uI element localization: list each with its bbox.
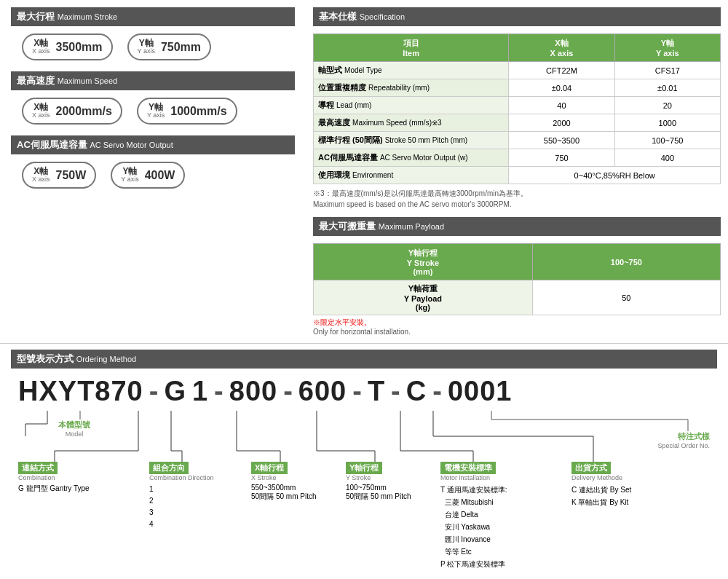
- y-stroke-value: 750mm: [161, 41, 201, 54]
- payload-table: Y軸行程 Y Stroke (mm) 100~750 Y軸荷重 Y Payloa…: [313, 243, 721, 315]
- model-code-part: C: [406, 376, 427, 407]
- payload-y-load-label: Y軸荷重 Y Payload (kg): [314, 280, 533, 315]
- table-row: 位置重複精度 Repeatability (mm): [314, 79, 509, 97]
- spec-note: ※3：最高速度(mm/s)是以伺服馬達最高轉速3000rpm/min為基準。 M…: [313, 188, 721, 210]
- table-row: AC伺服馬達容量 AC Servo Motor Output (w): [314, 149, 509, 167]
- y-servo-box: Y軸 Y axis 400W: [111, 162, 185, 189]
- col-x-header: X軸 X axis: [509, 34, 614, 62]
- table-row: 標準行程 (50間隔) Stroke 50 mm Pitch (mm): [314, 132, 509, 149]
- col-y-header: Y軸 Y axis: [614, 34, 720, 62]
- payload-header: 最大可搬重量 Maximum Payload: [313, 217, 721, 236]
- col-item-header: 項目 Item: [314, 34, 509, 62]
- y-stroke-label: Y軸 Y axis: [138, 39, 155, 55]
- model-code-separator: -: [283, 376, 293, 407]
- model-code-part: T: [368, 376, 385, 407]
- x-stroke-box: X軸 X axis 3500mm: [22, 34, 113, 60]
- model-code-row: HXYT870-G1-800-600-T-C-0001: [18, 376, 717, 407]
- y-speed-box: Y軸 Y axis 1000mm/s: [137, 98, 237, 125]
- model-code-part: HXYT870: [18, 376, 143, 407]
- ordering-diagram: 本體型號 Model 特注式樣 Special Order No. 連結方式 C…: [11, 411, 717, 571]
- table-row: 使用環境 Environment: [314, 167, 509, 184]
- model-label: 本體型號 Model: [58, 420, 90, 438]
- x-servo-box: X軸 X axis 750W: [22, 162, 96, 189]
- table-row: 導程 Lead (mm): [314, 97, 509, 114]
- model-code-separator: -: [432, 376, 442, 407]
- servo-header: AC伺服馬達容量 AC Servo Motor Output: [11, 135, 295, 154]
- direction-label: 組合方向 Combination Direction 1234: [149, 462, 214, 530]
- model-code-part: 600: [298, 376, 347, 407]
- speed-axis-row: X軸 X axis 2000mm/s Y軸 Y axis 1000mm/s: [22, 98, 295, 125]
- model-code-separator: -: [149, 376, 159, 407]
- speed-header: 最高速度 Maximum Speed: [11, 71, 295, 90]
- x-speed-value: 2000mm/s: [56, 105, 112, 118]
- model-code-part: 0001: [448, 376, 513, 407]
- payload-value-header: 100~750: [532, 244, 720, 280]
- y-speed-value: 1000mm/s: [170, 105, 226, 118]
- x-servo-label: X軸 X axis: [32, 167, 50, 184]
- combination-label: 連結方式 Combination G 龍門型 Gantry Type: [18, 462, 90, 494]
- special-label: 特注式樣 Special Order No.: [657, 431, 710, 449]
- y-stroke-order-label: Y軸行程 Y Stroke 100~750mm 50間隔 50 mm Pitch: [346, 462, 411, 502]
- y-servo-label: Y軸 Y axis: [121, 167, 138, 184]
- delivery-label: 出貨方式 Delivery Methode C 連結出貨 By Set K 單軸…: [571, 462, 631, 508]
- model-code-separator: -: [214, 376, 223, 407]
- payload-y-load-value: 50: [532, 280, 720, 315]
- payload-note: ※限定水平安裝。 Only for horizontal installatio…: [313, 318, 721, 336]
- spec-table: 項目 Item X軸 X axis Y軸 Y axis 軸型式 Model Ty…: [313, 34, 721, 184]
- x-stroke-order-label: X軸行程 X Stroke 550~3500mm 50間隔 50 mm Pitc…: [251, 462, 316, 502]
- stroke-header: 最大行程 Maximum Stroke: [11, 7, 295, 26]
- y-stroke-box: Y軸 Y axis 750mm: [127, 34, 212, 60]
- payload-y-stroke-header: Y軸行程 Y Stroke (mm): [314, 244, 533, 280]
- servo-axis-row: X軸 X axis 750W Y軸 Y axis 400W: [22, 162, 295, 189]
- x-stroke-label: X軸 X axis: [32, 39, 50, 55]
- y-servo-value: 400W: [145, 169, 175, 182]
- table-row: 最高速度 Maximum Speed (mm/s)※3: [314, 114, 509, 132]
- model-code-part: 800: [229, 376, 277, 407]
- ordering-section: 型號表示方式 Ordering Method HXYT870-G1-800-60…: [0, 343, 728, 577]
- y-speed-label: Y軸 Y axis: [147, 103, 165, 119]
- model-code-separator: -: [391, 376, 400, 407]
- spec-header: 基本仕樣 Specification: [313, 7, 721, 26]
- x-servo-value: 750W: [56, 169, 87, 182]
- model-code-separator: -: [352, 376, 362, 407]
- x-stroke-value: 3500mm: [56, 41, 103, 54]
- model-code-part: 1: [192, 376, 208, 407]
- x-speed-box: X軸 X axis 2000mm/s: [22, 98, 122, 125]
- ordering-header: 型號表示方式 Ordering Method: [11, 350, 717, 369]
- model-code-part: G: [164, 376, 186, 407]
- stroke-axis-row: X軸 X axis 3500mm Y軸 Y axis 750mm: [22, 34, 295, 60]
- motor-install-label: 電機安裝標準 Motor installation T 通用馬達安裝標準: 三菱…: [440, 462, 507, 570]
- table-row: 軸型式 Model Type: [314, 62, 509, 79]
- x-speed-label: X軸 X axis: [32, 103, 50, 119]
